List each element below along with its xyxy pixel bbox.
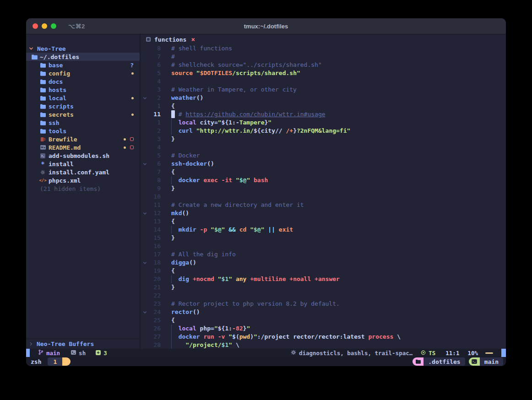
neo-tree-header[interactable]: Neo-Tree bbox=[26, 44, 140, 53]
code-line[interactable]: 8# shell functions bbox=[141, 44, 506, 53]
line-number: 8 bbox=[149, 44, 161, 53]
line-number: 1 bbox=[149, 102, 161, 110]
fold-chevron-icon[interactable] bbox=[141, 259, 149, 267]
tree-item-scripts[interactable]: scripts bbox=[26, 102, 140, 110]
git-unstaged-icon bbox=[130, 137, 134, 141]
titlebar: ⌥⌘2 tmux:~/.dotfiles bbox=[26, 18, 506, 34]
tree-item-config[interactable]: config bbox=[26, 69, 140, 77]
code-line[interactable]: 12mkd() bbox=[141, 209, 506, 217]
line-number: 25 bbox=[149, 316, 161, 324]
fold-chevron-icon[interactable] bbox=[141, 209, 149, 217]
code-line[interactable]: 10 bbox=[141, 193, 506, 201]
fold-column bbox=[141, 176, 149, 184]
code-line[interactable]: 19{ bbox=[141, 267, 506, 275]
tree-item-install.conf.yaml[interactable]: install.conf.yaml bbox=[26, 168, 140, 176]
code-line[interactable]: 21} bbox=[141, 283, 506, 292]
neo-tree-buffers-header[interactable]: Neo-Tree Buffers bbox=[26, 339, 140, 349]
tmux-window-index: 1 bbox=[48, 357, 62, 366]
code-line[interactable]: 17# All the dig info bbox=[141, 250, 506, 259]
close-window-button[interactable] bbox=[33, 23, 38, 29]
fold-column bbox=[141, 143, 149, 151]
line-number: 10 bbox=[149, 193, 161, 201]
tree-item-add-submodules.sh[interactable]: add-submodules.sh bbox=[26, 151, 140, 160]
code-line[interactable]: 6# shellcheck source="../scripts/shared.… bbox=[141, 61, 506, 69]
tree-item-README.md[interactable]: README.md bbox=[26, 143, 140, 151]
tree-item-secrets[interactable]: secrets bbox=[26, 110, 140, 119]
tree-root-label: ~/.dotfiles bbox=[40, 54, 79, 60]
code-line[interactable]: 26 local php="${1:-82}" bbox=[141, 324, 506, 333]
code-line[interactable]: 11# Create a new directory and enter it bbox=[141, 201, 506, 209]
line-text: "/project/$1" \ bbox=[171, 341, 239, 349]
code-line[interactable]: 28 "/project/$1" \ bbox=[141, 341, 506, 349]
code-line[interactable]: 27 docker run -v "$(pwd)":/project recto… bbox=[141, 333, 506, 341]
code-line[interactable]: 4 bbox=[141, 143, 506, 151]
tree-item-base[interactable]: base? bbox=[26, 61, 140, 69]
neo-tree: Neo-Tree ~/.dotfiles base?configdocshost… bbox=[26, 34, 140, 339]
git-status-badges bbox=[131, 114, 140, 116]
tmux-cwd-badge[interactable]: .dotfiles bbox=[413, 357, 465, 366]
terminal-window: ⌥⌘2 tmux:~/.dotfiles Neo-Tree ~/.dotfile… bbox=[26, 18, 506, 366]
line-number: 17 bbox=[149, 250, 161, 259]
fold-chevron-icon[interactable] bbox=[141, 160, 149, 168]
code-line[interactable]: 3# Weather in Tampere, or other city bbox=[141, 86, 506, 94]
tree-item-phpcs.xml[interactable]: </>phpcs.xml bbox=[26, 176, 140, 184]
tree-item-install[interactable]: *install bbox=[26, 160, 140, 168]
code-line[interactable]: 2 curl "http://wttr.in/${city// /+}?2nFQ… bbox=[141, 127, 506, 135]
line-text: # All the dig info bbox=[171, 250, 236, 259]
code-line[interactable]: 25{ bbox=[141, 316, 506, 324]
code-line[interactable]: 2weather() bbox=[141, 94, 506, 102]
code-line[interactable]: 16 bbox=[141, 242, 506, 250]
code-line[interactable]: 7# bbox=[141, 53, 506, 61]
code-area[interactable]: 8# shell functions7#6# shellcheck source… bbox=[141, 44, 506, 349]
git-added-count: 3 bbox=[103, 350, 107, 357]
code-line[interactable]: 6ssh-docker() bbox=[141, 160, 506, 168]
code-line[interactable]: 15} bbox=[141, 234, 506, 242]
code-line-current[interactable]: 11 # https://github.com/chubin/wttr.in#u… bbox=[141, 110, 506, 119]
tree-item-docs[interactable]: docs bbox=[26, 77, 140, 86]
code-line[interactable]: 18digga() bbox=[141, 259, 506, 267]
code-line[interactable]: 23# Rector project to php version 8.2 by… bbox=[141, 300, 506, 308]
tree-item-ssh[interactable]: ssh bbox=[26, 119, 140, 127]
git-status-badges bbox=[131, 97, 140, 99]
code-line[interactable]: 1{ bbox=[141, 102, 506, 110]
tree-item-local[interactable]: local bbox=[26, 94, 140, 102]
code-line[interactable]: 22 bbox=[141, 292, 506, 300]
tree-item-label: base bbox=[49, 62, 63, 69]
tmux-git-badge[interactable]: main bbox=[469, 357, 503, 366]
tmux-window-badge[interactable]: 1 bbox=[48, 357, 71, 366]
fold-chevron-icon[interactable] bbox=[141, 308, 149, 316]
fold-column bbox=[141, 69, 149, 77]
code-line[interactable]: 9} bbox=[141, 184, 506, 193]
line-number: 9 bbox=[149, 184, 161, 193]
tab-close-icon[interactable]: × bbox=[191, 36, 195, 43]
tree-item-hosts[interactable]: hosts bbox=[26, 86, 140, 94]
code-line[interactable]: 14 mkdir -p "$@" && cd "$@" || exit bbox=[141, 226, 506, 234]
folder-icon bbox=[413, 357, 423, 366]
line-number: 28 bbox=[149, 341, 161, 349]
code-line[interactable]: 5# Docker bbox=[141, 151, 506, 160]
treesitter-label: TS bbox=[429, 350, 435, 357]
minimize-window-button[interactable] bbox=[42, 23, 47, 29]
code-line[interactable]: 8 docker exec -it "$@" bash bbox=[141, 176, 506, 184]
line-number: 2 bbox=[149, 127, 161, 135]
tree-root-item[interactable]: ~/.dotfiles bbox=[26, 53, 140, 61]
fold-chevron-icon[interactable] bbox=[141, 94, 149, 102]
indent-guide bbox=[171, 341, 175, 349]
line-text: } bbox=[171, 184, 175, 193]
code-line[interactable]: 3} bbox=[141, 135, 506, 143]
code-line[interactable]: 20 dig +nocmd "$1" any +multiline +noall… bbox=[141, 275, 506, 283]
tree-item-tools[interactable]: tools bbox=[26, 127, 140, 135]
fold-column bbox=[141, 226, 149, 234]
code-line[interactable]: 1 local city="${1:-Tampere}" bbox=[141, 119, 506, 127]
code-line[interactable]: 5source "$DOTFILES/scripts/shared.sh" bbox=[141, 69, 506, 77]
code-line[interactable]: 24rector() bbox=[141, 308, 506, 316]
code-line[interactable]: 13{ bbox=[141, 217, 506, 226]
folder-open-icon bbox=[32, 54, 38, 59]
tree-item-Brewfile[interactable]: Brewfile bbox=[26, 135, 140, 143]
line-number: 4 bbox=[149, 77, 161, 86]
zoom-window-button[interactable] bbox=[51, 23, 56, 29]
tab-functions[interactable]: functions bbox=[154, 36, 186, 43]
code-line[interactable]: 4 bbox=[141, 77, 506, 86]
line-number: 21 bbox=[149, 283, 161, 292]
code-line[interactable]: 7{ bbox=[141, 168, 506, 176]
